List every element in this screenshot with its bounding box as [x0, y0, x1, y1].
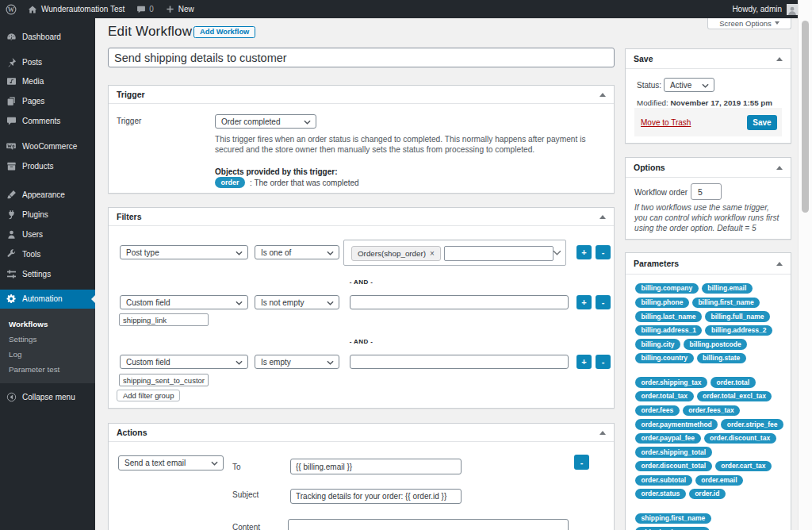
- sidebar-item-dashboard[interactable]: Dashboard: [0, 27, 95, 47]
- filter-operator-select-1[interactable]: Is one of: [255, 245, 339, 259]
- parameter-pill[interactable]: order.stripe_fee: [721, 419, 783, 429]
- comments-menu[interactable]: 0: [129, 0, 159, 18]
- scrollbar-thumb[interactable]: [802, 21, 809, 213]
- collapse-toggle-icon[interactable]: [599, 431, 606, 435]
- parameters-panel-header[interactable]: Parameters: [626, 253, 791, 275]
- submenu-item-settings[interactable]: Settings: [0, 332, 95, 347]
- sidebar-item-tools[interactable]: Tools: [0, 244, 95, 264]
- multiselect-input[interactable]: [444, 246, 553, 261]
- parameter-pill[interactable]: billing.city: [635, 339, 680, 349]
- parameter-pill[interactable]: billing.first_name: [692, 298, 760, 308]
- sidebar-item-comments[interactable]: Comments: [0, 111, 95, 131]
- screen-options-tab[interactable]: Screen Options: [707, 18, 791, 29]
- parameter-pill[interactable]: order.email: [695, 475, 743, 486]
- status-select[interactable]: Active: [664, 78, 714, 92]
- to-input[interactable]: [290, 459, 462, 474]
- parameter-pill[interactable]: order.id: [689, 489, 726, 499]
- sidebar-item-automation[interactable]: Automation: [0, 290, 95, 309]
- trigger-panel-header[interactable]: Trigger: [109, 86, 614, 104]
- add-workflow-button[interactable]: Add Workflow: [193, 26, 255, 38]
- parameter-pill[interactable]: billing.full_name: [705, 311, 770, 321]
- site-name-menu[interactable]: Wunderautomation Test: [21, 0, 129, 18]
- content-input[interactable]: [288, 519, 569, 530]
- parameter-pill[interactable]: order.fees: [635, 405, 680, 416]
- submenu-item-log[interactable]: Log: [0, 347, 95, 362]
- parameter-pill[interactable]: order.subtotal: [635, 475, 692, 486]
- parameter-pill[interactable]: billing.postcode: [684, 339, 747, 349]
- filter-multiselect[interactable]: Orders(shop_order) ×: [343, 240, 566, 266]
- parameter-pill[interactable]: billing.state: [697, 353, 746, 363]
- options-panel-header[interactable]: Options: [626, 158, 791, 178]
- custom-field-name-input-3[interactable]: [119, 374, 209, 386]
- add-filter-button[interactable]: +: [576, 295, 592, 309]
- filters-panel-header[interactable]: Filters: [109, 208, 614, 226]
- parameter-pill[interactable]: order.total_excl_tax: [697, 391, 772, 401]
- remove-action-button[interactable]: -: [574, 455, 589, 470]
- workflow-order-input[interactable]: [691, 183, 722, 200]
- trigger-type-select[interactable]: Order completed: [215, 114, 316, 129]
- sidebar-item-settings[interactable]: Settings: [0, 264, 95, 284]
- remove-filter-button[interactable]: -: [596, 245, 611, 259]
- action-type-select[interactable]: Send a text email: [118, 455, 224, 470]
- sidebar-item-pages[interactable]: Pages: [0, 91, 95, 111]
- collapse-menu-button[interactable]: Collapse menu: [0, 387, 95, 407]
- sidebar-item-appearance[interactable]: Appearance: [0, 186, 95, 205]
- sidebar-item-products[interactable]: Products: [0, 156, 95, 176]
- filter-field-select-3[interactable]: Custom field: [120, 355, 248, 369]
- parameter-pill[interactable]: order.shipping_tax: [635, 377, 707, 387]
- parameter-pill[interactable]: order.shipping_total: [635, 447, 712, 457]
- remove-filter-button[interactable]: -: [596, 295, 611, 309]
- sidebar-item-posts[interactable]: Posts: [0, 52, 95, 72]
- account-menu[interactable]: Howdy, admin: [732, 4, 798, 15]
- parameter-pill[interactable]: shipping.last_name: [635, 527, 710, 530]
- parameter-pill[interactable]: billing.phone: [635, 298, 689, 308]
- remove-tag-icon[interactable]: ×: [430, 249, 435, 258]
- parameter-pill[interactable]: order.fees_tax: [683, 405, 741, 416]
- filter-operator-select-3[interactable]: Is empty: [255, 355, 339, 369]
- submenu-item-workflows[interactable]: Workflows: [0, 317, 95, 332]
- collapse-toggle-icon[interactable]: [776, 166, 783, 170]
- parameter-pill[interactable]: billing.last_name: [635, 311, 702, 321]
- filter-field-select-1[interactable]: Post type: [120, 245, 248, 259]
- collapse-toggle-icon[interactable]: [776, 262, 783, 266]
- sidebar-item-media[interactable]: Media: [0, 72, 95, 92]
- parameter-pill[interactable]: order.status: [635, 489, 686, 499]
- parameter-pill[interactable]: billing.country: [635, 353, 694, 363]
- parameter-pill[interactable]: order.paypal_fee: [635, 433, 701, 444]
- custom-field-name-input-2[interactable]: [119, 313, 209, 326]
- parameter-pill[interactable]: order.paymentmethod: [635, 419, 718, 429]
- remove-filter-button[interactable]: -: [596, 355, 611, 369]
- subject-input[interactable]: [290, 489, 462, 504]
- new-menu[interactable]: New: [159, 0, 199, 18]
- parameter-pill[interactable]: billing.company: [635, 283, 699, 294]
- parameter-pill[interactable]: order.cart_tax: [715, 461, 772, 471]
- filter-value-input-3[interactable]: [350, 355, 569, 369]
- window-scrollbar[interactable]: [798, 0, 812, 530]
- parameter-pill[interactable]: order.total: [710, 377, 756, 387]
- actions-panel-header[interactable]: Actions: [109, 424, 614, 442]
- filter-operator-select-2[interactable]: Is not empty: [255, 295, 339, 309]
- parameter-pill[interactable]: order.discount_tax: [704, 433, 776, 444]
- workflow-title-input[interactable]: [108, 48, 615, 67]
- submenu-item-parameter-test[interactable]: Parameter test: [0, 362, 95, 377]
- collapse-toggle-icon[interactable]: [599, 93, 606, 97]
- filter-field-select-2[interactable]: Custom field: [120, 295, 248, 309]
- parameter-pill[interactable]: billing.address_1: [635, 325, 702, 336]
- sidebar-item-woocommerce[interactable]: WooCommerce: [0, 136, 95, 156]
- add-filter-button[interactable]: +: [576, 355, 592, 369]
- collapse-toggle-icon[interactable]: [599, 215, 606, 219]
- collapse-toggle-icon[interactable]: [776, 57, 783, 61]
- add-filter-button[interactable]: +: [576, 245, 592, 259]
- parameter-pill[interactable]: order.discount_total: [635, 461, 712, 471]
- save-button[interactable]: Save: [747, 115, 777, 130]
- move-to-trash-link[interactable]: Move to Trash: [641, 118, 691, 127]
- parameter-pill[interactable]: shipping.first_name: [635, 513, 711, 524]
- parameter-pill[interactable]: billing.email: [702, 283, 753, 294]
- save-panel-header[interactable]: Save: [626, 49, 791, 69]
- parameter-pill[interactable]: order.total_tax: [635, 391, 694, 401]
- add-filter-group-button[interactable]: Add filter group: [117, 390, 180, 401]
- sidebar-item-users[interactable]: Users: [0, 225, 95, 244]
- parameter-pill[interactable]: billing.address_2: [705, 325, 772, 336]
- filter-value-input-2[interactable]: [350, 295, 569, 309]
- sidebar-item-plugins[interactable]: Plugins: [0, 205, 95, 225]
